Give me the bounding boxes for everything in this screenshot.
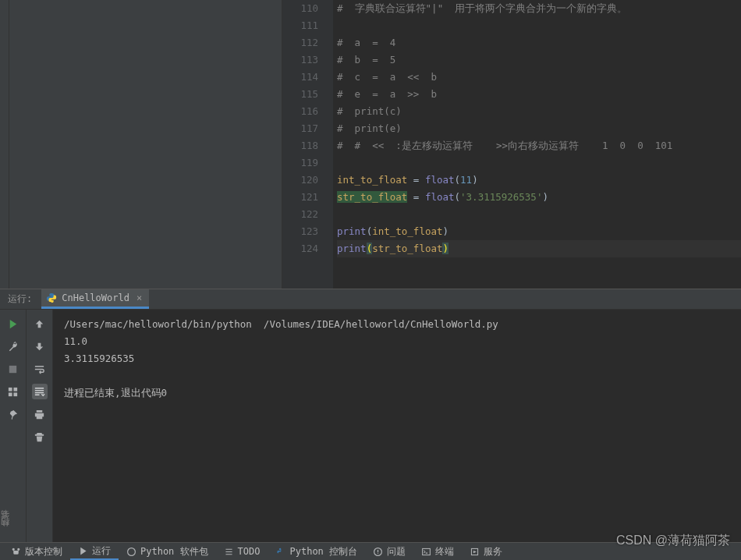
code-text: # c = a << b (337, 71, 437, 83)
line-number: 113 (282, 51, 318, 69)
output-path: /Users/mac/helloworld/bin/python /Volume… (64, 318, 498, 330)
run-label: 运行: (8, 292, 32, 306)
code-line: int_to_float = float(11) (337, 172, 741, 189)
python-icon (126, 547, 136, 557)
bottom-terminal[interactable]: 终端 (413, 543, 462, 560)
svg-rect-4 (13, 392, 17, 396)
pin-icon[interactable] (5, 406, 21, 422)
code-text: # 字典联合运算符"|" 用于将两个字典合并为一个新的字典。 (337, 2, 627, 14)
code-line (337, 206, 741, 223)
line-number: 118 (282, 137, 318, 154)
svg-point-5 (128, 548, 136, 555)
code-text: print (337, 243, 367, 254)
line-gutter: 110 111 112 113 114 115 116 117 118 119 … (282, 0, 333, 289)
line-number: 122 (282, 206, 318, 223)
run-output[interactable]: /Users/mac/helloworld/bin/python /Volume… (53, 310, 741, 542)
watermark: CSDN @薄荷猫阿茶 (616, 533, 730, 549)
code-text: # # << :是左移动运算符 >>向右移动运算符 1 0 0 101 (337, 140, 672, 151)
branch-icon (11, 547, 21, 557)
code-text: '3.3115926535' (460, 191, 542, 203)
python-icon (275, 547, 285, 557)
bottom-label: 版本控制 (25, 545, 62, 558)
bottom-python-console[interactable]: Python 控制台 (268, 543, 365, 560)
services-icon (470, 547, 480, 557)
code-text: # a = 4 (337, 37, 395, 48)
problems-icon (373, 547, 383, 557)
code-line-current: print(str_to_float) (337, 240, 741, 257)
rerun-icon[interactable] (5, 316, 21, 331)
bottom-label: TODO (238, 546, 261, 557)
bottom-label: 终端 (435, 545, 454, 558)
todo-icon (224, 547, 234, 557)
bottom-problems[interactable]: 问题 (365, 543, 413, 560)
soft-wrap-icon[interactable] (32, 361, 48, 377)
line-number: 117 (282, 120, 318, 137)
svg-rect-3 (9, 392, 12, 396)
bottom-services[interactable]: 服务 (462, 543, 510, 560)
trash-icon[interactable] (32, 429, 48, 445)
code-text: # e = a >> b (337, 88, 437, 100)
bottom-run[interactable]: 运行 (70, 543, 119, 560)
svg-rect-2 (13, 387, 17, 391)
code-text: int_to_float (372, 225, 442, 237)
left-stripe (0, 0, 9, 289)
terminal-icon (421, 547, 431, 557)
layout-icon[interactable] (5, 384, 21, 399)
line-number: 115 (282, 86, 318, 103)
code-text: # print(e) (337, 122, 402, 134)
code-line: str_to_float = float('3.3115926535') (337, 189, 741, 206)
output-exit: 进程已结束,退出代码0 (64, 387, 167, 399)
bottom-label: 服务 (484, 545, 502, 558)
up-icon[interactable] (32, 316, 48, 331)
left-edge-tabs[interactable]: 结构 书签 (0, 523, 12, 537)
line-number: 120 (282, 172, 318, 189)
bottom-label: 问题 (387, 545, 406, 558)
output-line: 11.0 (64, 335, 87, 347)
code-line: print(int_to_float) (337, 223, 741, 240)
run-toolbar-right (27, 310, 53, 542)
print-icon[interactable] (32, 406, 48, 422)
code-text: print (337, 225, 367, 237)
line-number: 124 (282, 240, 318, 257)
code-text: float (425, 174, 455, 186)
stop-icon[interactable] (5, 361, 21, 377)
code-text (337, 17, 741, 34)
code-text: str_to_float (372, 243, 442, 254)
code-text: str_to_float (337, 191, 407, 203)
editor-pane: 110 111 112 113 114 115 116 117 118 119 … (282, 0, 741, 289)
down-icon[interactable] (32, 338, 48, 354)
bottom-vcs[interactable]: 版本控制 (3, 543, 70, 560)
code-text: 11 (460, 174, 472, 186)
bottom-label: Python 软件包 (140, 545, 208, 558)
output-line: 3.3115926535 (64, 353, 134, 364)
bottom-label: 运行 (92, 544, 111, 558)
code-text: # b = 5 (337, 54, 395, 66)
scroll-to-end-icon[interactable] (32, 384, 48, 399)
line-number: 110 (282, 0, 318, 17)
line-number: 114 (282, 69, 318, 86)
line-number: 116 (282, 103, 318, 120)
close-icon[interactable]: × (134, 292, 144, 303)
bottom-label: Python 控制台 (289, 545, 357, 558)
line-number: 112 (282, 34, 318, 51)
run-header: 运行: CnHelloWorld × (0, 289, 741, 310)
run-tab[interactable]: CnHelloWorld × (41, 289, 149, 309)
python-icon (46, 292, 57, 303)
code-area[interactable]: # 字典联合运算符"|" 用于将两个字典合并为一个新的字典。 # a = 4 #… (333, 0, 741, 289)
run-toolbar-left (0, 310, 27, 542)
code-text (337, 154, 741, 172)
line-number: 119 (282, 154, 318, 172)
svg-rect-7 (423, 548, 431, 555)
bottom-todo[interactable]: TODO (216, 543, 268, 560)
svg-rect-1 (9, 387, 12, 391)
line-number: 111 (282, 17, 318, 34)
run-tab-name: CnHelloWorld (62, 292, 129, 303)
play-icon (78, 546, 88, 556)
code-text: # print(c) (337, 105, 402, 117)
bottom-python-packages[interactable]: Python 软件包 (119, 543, 216, 560)
wrench-icon[interactable] (5, 338, 21, 354)
svg-rect-0 (9, 365, 16, 372)
code-text: int_to_float (337, 174, 407, 186)
run-panel: 运行: CnHelloWorld × /Users/mac/helloworld… (0, 289, 741, 542)
code-text: float (425, 191, 455, 203)
